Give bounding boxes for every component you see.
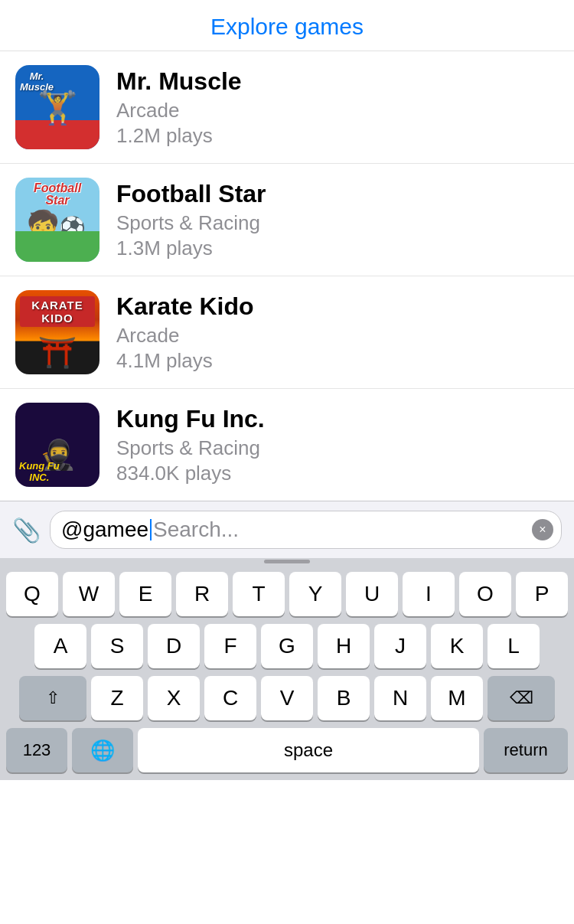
key-v[interactable]: V (261, 676, 313, 720)
keyboard-row-4: 123 🌐 space return (3, 728, 571, 772)
key-j[interactable]: J (374, 624, 426, 668)
key-y[interactable]: Y (289, 572, 341, 616)
explore-title[interactable]: Explore games (210, 14, 364, 39)
list-item[interactable]: FootballStar 🧒 ⚽ Football Star Sports & … (0, 164, 574, 276)
key-n[interactable]: N (374, 676, 426, 720)
search-placeholder: Search... (153, 518, 239, 542)
keyboard-handle-bar (264, 560, 310, 563)
game-name: Mr. Muscle (116, 67, 559, 96)
key-c[interactable]: C (204, 676, 256, 720)
key-z[interactable]: Z (91, 676, 143, 720)
keyboard-row-3: ⇧ Z X C V B N M ⌫ (3, 676, 571, 720)
game-genre: Sports & Racing (116, 211, 559, 235)
shift-key[interactable]: ⇧ (19, 676, 86, 720)
key-r[interactable]: R (176, 572, 228, 616)
list-item[interactable]: 🥷 Kung FuINC. Kung Fu Inc. Sports & Raci… (0, 389, 574, 501)
game-genre: Sports & Racing (116, 436, 559, 460)
delete-key[interactable]: ⌫ (488, 676, 555, 720)
key-w[interactable]: W (63, 572, 115, 616)
num-key[interactable]: 123 (6, 728, 67, 772)
game-thumbnail: Karate Kido ⛩️ (15, 290, 99, 374)
key-p[interactable]: P (516, 572, 568, 616)
search-prefix: @gamee (61, 518, 148, 542)
game-name: Kung Fu Inc. (116, 405, 559, 433)
game-list: Mr.Muscle 🏋️ Mr. Muscle Arcade 1.2M play… (0, 51, 574, 501)
game-name: Karate Kido (116, 292, 559, 321)
game-name: Football Star (116, 180, 559, 208)
clear-button[interactable]: × (532, 519, 553, 540)
game-plays: 1.2M plays (116, 124, 559, 148)
game-info: Mr. Muscle Arcade 1.2M plays (116, 67, 559, 148)
game-plays: 4.1M plays (116, 349, 559, 373)
key-l[interactable]: L (488, 624, 540, 668)
keyboard-row-1: Q W E R T Y U I O P (3, 572, 571, 616)
key-b[interactable]: B (318, 676, 370, 720)
list-item[interactable]: Mr.Muscle 🏋️ Mr. Muscle Arcade 1.2M play… (0, 51, 574, 164)
key-s[interactable]: S (91, 624, 143, 668)
return-key[interactable]: return (484, 728, 568, 772)
key-a[interactable]: A (34, 624, 86, 668)
search-input-wrapper[interactable]: @gamee Search... × (50, 511, 562, 549)
key-q[interactable]: Q (6, 572, 58, 616)
key-e[interactable]: E (119, 572, 171, 616)
list-item[interactable]: Karate Kido ⛩️ Karate Kido Arcade 4.1M p… (0, 276, 574, 389)
cursor (150, 519, 152, 540)
space-key[interactable]: space (138, 728, 479, 772)
key-o[interactable]: O (459, 572, 511, 616)
keyboard-handle (0, 558, 574, 564)
keyboard-row-2: A S D F G H J K L (3, 624, 571, 668)
key-g[interactable]: G (261, 624, 313, 668)
key-k[interactable]: K (431, 624, 483, 668)
key-h[interactable]: H (318, 624, 370, 668)
game-info: Kung Fu Inc. Sports & Racing 834.0K play… (116, 405, 559, 485)
game-thumbnail: FootballStar 🧒 ⚽ (15, 178, 99, 262)
game-genre: Arcade (116, 324, 559, 348)
key-t[interactable]: T (233, 572, 285, 616)
game-info: Karate Kido Arcade 4.1M plays (116, 292, 559, 373)
game-plays: 1.3M plays (116, 237, 559, 260)
game-genre: Arcade (116, 99, 559, 122)
key-m[interactable]: M (431, 676, 483, 720)
key-i[interactable]: I (403, 572, 455, 616)
game-info: Football Star Sports & Racing 1.3M plays (116, 180, 559, 260)
game-thumbnail: 🥷 Kung FuINC. (15, 403, 99, 487)
explore-header: Explore games (0, 0, 574, 51)
key-f[interactable]: F (204, 624, 256, 668)
keyboard: Q W E R T Y U I O P A S D F G H J K L ⇧ … (0, 564, 574, 780)
game-thumbnail: Mr.Muscle 🏋️ (15, 65, 99, 149)
key-u[interactable]: U (346, 572, 398, 616)
key-x[interactable]: X (148, 676, 200, 720)
game-plays: 834.0K plays (116, 462, 559, 485)
key-d[interactable]: D (148, 624, 200, 668)
search-bar-area: 📎 @gamee Search... × (0, 501, 574, 558)
globe-key[interactable]: 🌐 (72, 728, 133, 772)
attach-icon[interactable]: 📎 (12, 517, 41, 544)
